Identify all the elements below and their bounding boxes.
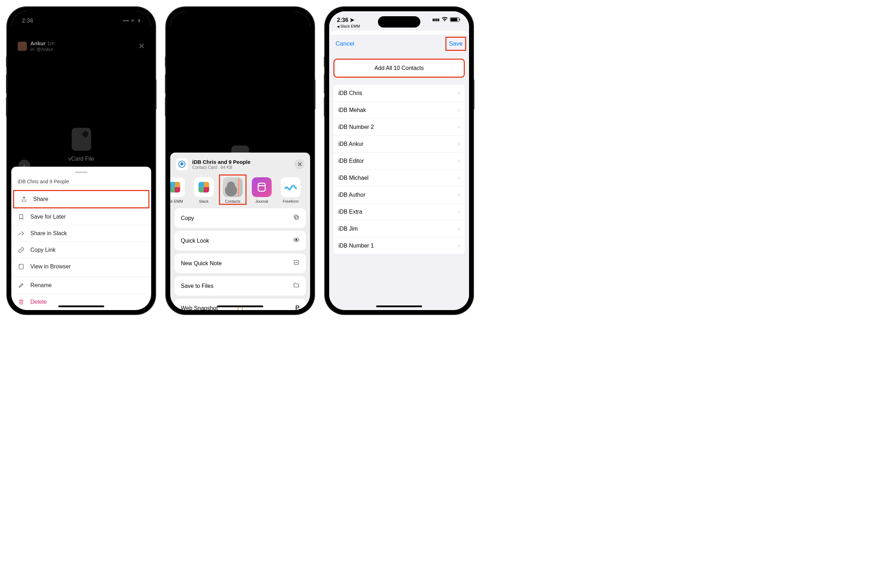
contact-row[interactable]: iDB Number 2› — [333, 118, 465, 136]
trash-icon — [18, 299, 25, 305]
status-time: 2:36 — [337, 17, 348, 23]
app-freeform[interactable]: Freeform — [276, 177, 305, 203]
app-slack-emm[interactable]: ack EMM — [170, 177, 189, 203]
app-label: Freeform — [283, 199, 299, 203]
delete-row[interactable]: Delete — [11, 294, 151, 310]
row-label: Rename — [30, 282, 52, 288]
contacts-icon — [223, 177, 243, 197]
chevron-right-icon: › — [458, 191, 460, 198]
contact-row[interactable]: iDB Chris› — [333, 85, 465, 102]
app-journal[interactable]: Journal — [247, 177, 276, 203]
back-to-app[interactable]: Slack EMM — [337, 24, 360, 28]
app-label: Slack — [199, 199, 209, 203]
snapshot-icon: P — [295, 304, 300, 310]
app-contacts[interactable]: Contacts — [218, 177, 247, 203]
contact-row[interactable]: iDB Ankur› — [333, 136, 465, 153]
contact-row[interactable]: iDB Jim› — [333, 220, 465, 237]
contact-row[interactable]: iDB Number 1› — [333, 237, 465, 254]
contact-name: iDB Ankur — [338, 141, 363, 147]
contact-row[interactable]: iDB Mehak› — [333, 102, 465, 118]
slack-file-header: Ankur 1m in: @Ankur ✕ — [11, 36, 151, 57]
contact-row[interactable]: iDB Extra› — [333, 203, 465, 220]
share-in-slack-row[interactable]: Share in Slack — [11, 225, 151, 242]
add-all-contacts-button[interactable]: Add All 10 Contacts — [333, 58, 465, 78]
new-quick-note-action[interactable]: New Quick Note — [174, 254, 306, 273]
dynamic-island — [378, 16, 420, 27]
chevron-right-icon: › — [458, 106, 460, 114]
chevron-right-icon: › — [458, 89, 460, 97]
home-indicator[interactable] — [376, 306, 422, 307]
share-sheet: iDB Chris and 9 People Contact Card · 84… — [170, 153, 310, 310]
contact-name: iDB Editor — [338, 158, 364, 164]
share-icon — [21, 196, 27, 202]
chevron-right-icon: › — [458, 123, 460, 130]
contact-row[interactable]: iDB Editor› — [333, 153, 465, 170]
status-indicators: ••• ᯤ ▮ — [123, 18, 141, 24]
chevron-right-icon: › — [458, 208, 460, 215]
close-icon[interactable]: ✕ — [138, 42, 145, 51]
save-for-later-row[interactable]: Save for Later — [11, 208, 151, 225]
home-indicator[interactable] — [217, 306, 263, 307]
contact-row[interactable]: iDB Author› — [333, 186, 465, 203]
note-icon — [293, 259, 300, 267]
message-location: in: @Ankur — [30, 46, 135, 52]
bookmark-icon — [18, 214, 25, 220]
copy-action[interactable]: Copy — [174, 208, 306, 228]
modal-nav: Cancel Save — [329, 34, 469, 54]
folder-icon — [293, 282, 300, 290]
file-type-label: vCard File — [69, 156, 94, 162]
quick-look-action[interactable]: Quick Look — [174, 231, 306, 250]
link-icon — [18, 247, 25, 253]
sheet-grabber[interactable] — [75, 172, 88, 173]
app-label: ack EMM — [170, 199, 183, 203]
contact-name: iDB Michael — [338, 175, 369, 181]
row-label: Delete — [30, 299, 46, 305]
data-indicator-icon: ▮▮▮▮ — [432, 18, 439, 21]
share-apps-row[interactable]: ack EMM Slack Contacts Journal — [170, 174, 310, 208]
view-in-browser-row[interactable]: View in Browser — [11, 258, 151, 275]
contact-row[interactable]: iDB Michael› — [333, 170, 465, 186]
share-row[interactable]: Share — [13, 190, 149, 208]
contact-name: iDB Extra — [338, 209, 362, 215]
share-subtitle: Contact Card · 84 KB — [192, 165, 290, 170]
browser-icon — [18, 264, 25, 270]
save-button[interactable]: Save — [449, 40, 463, 47]
contact-name: iDB Chris — [338, 90, 362, 96]
contact-name: iDB Jim — [338, 226, 358, 232]
location-icon: ➤ — [350, 16, 354, 23]
action-sheet: iDB Chris and 9 People Share Save for La… — [11, 167, 151, 310]
dynamic-island — [219, 16, 261, 27]
forward-icon — [18, 230, 25, 237]
chevron-right-icon: › — [458, 174, 460, 182]
close-icon[interactable]: ✕ — [295, 159, 304, 169]
chevron-right-icon: › — [458, 242, 460, 249]
status-indicators: ▮▮▮▮ — [432, 16, 459, 22]
app-label: Contacts — [225, 199, 240, 203]
row-label: Copy Link — [30, 247, 55, 253]
sender-name: Ankur — [30, 40, 46, 46]
row-label: View in Browser — [30, 264, 70, 270]
dynamic-island — [60, 16, 102, 27]
battery-icon — [450, 17, 459, 22]
action-label: New Quick Note — [181, 260, 222, 267]
sheet-title: iDB Chris and 9 People — [11, 177, 151, 190]
eye-icon — [293, 237, 300, 245]
share-actions: Copy Quick Look New Quick Note Save to F… — [170, 208, 310, 310]
app-slack[interactable]: Slack — [189, 177, 218, 203]
phone-3-frame: 2:36 ➤ Slack EMM ▮▮▮▮ Cancel Save Add Al — [325, 7, 473, 314]
save-to-files-action[interactable]: Save to Files — [174, 276, 306, 296]
avatar — [18, 42, 27, 51]
rename-row[interactable]: Rename — [11, 277, 151, 294]
contacts-list: iDB Chris› iDB Mehak› iDB Number 2› iDB … — [333, 85, 465, 254]
phone-1-frame: 2:36 ••• ᯤ ▮ Ankur 1m in: @Ankur ✕ vCard… — [7, 7, 155, 314]
chevron-right-icon: › — [458, 140, 460, 148]
home-indicator[interactable] — [58, 306, 104, 307]
journal-icon — [252, 177, 271, 197]
svg-point-4 — [295, 239, 297, 241]
row-label: Share in Slack — [30, 230, 67, 237]
freeform-icon — [281, 177, 301, 197]
cancel-button[interactable]: Cancel — [336, 40, 354, 47]
copy-link-row[interactable]: Copy Link — [11, 242, 151, 258]
action-label: Save to Files — [181, 283, 213, 289]
pencil-icon — [18, 282, 25, 288]
